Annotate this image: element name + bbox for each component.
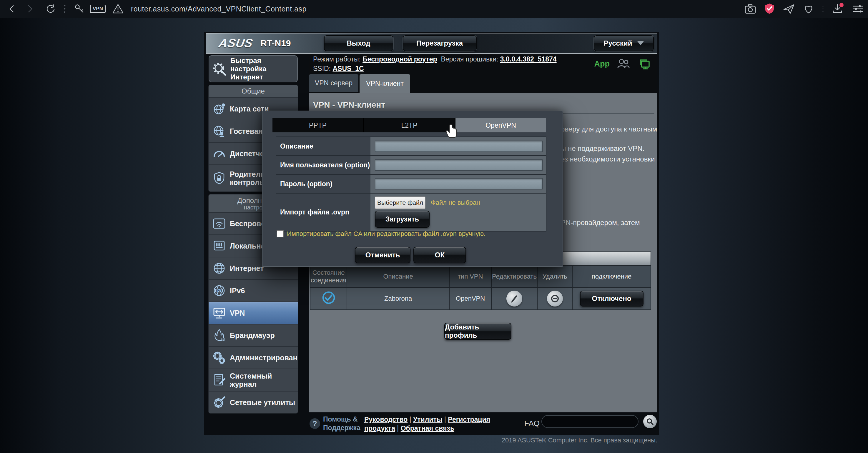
gears-icon	[209, 351, 230, 365]
status-band: Режим работы: Беспроводной роутер Версия…	[309, 53, 657, 93]
bookmark-heart-icon[interactable]	[803, 0, 814, 18]
import-ovpn-label: Импорт файла .ovpn	[276, 194, 370, 231]
chevron-down-icon	[637, 41, 644, 45]
import-ca-label: Импортировать файл CA или редактировать …	[287, 230, 486, 238]
logout-button[interactable]: Выход	[324, 35, 393, 51]
file-status-text: Файл не выбран	[431, 199, 480, 206]
operation-mode-link[interactable]: Беспроводной роутер	[363, 55, 437, 63]
back-icon[interactable]	[8, 0, 17, 18]
reboot-button[interactable]: Перезагрузка	[403, 35, 477, 51]
faq-search-button[interactable]	[643, 415, 657, 428]
internet-globe-icon	[209, 261, 230, 275]
lan-port-icon	[209, 239, 230, 253]
dots-separator-icon	[64, 0, 66, 18]
col-description: Описание	[347, 266, 449, 287]
faq-label: FAQ	[524, 419, 539, 428]
vpn-profiles-table: Состояниесоединения Описание тип VPN Ред…	[310, 265, 651, 310]
col-connection: подключение	[572, 266, 651, 287]
guest-network-icon	[209, 124, 230, 138]
camera-icon[interactable]	[744, 0, 756, 18]
profile-description: Zaborona	[347, 287, 449, 310]
status-cell	[310, 287, 347, 310]
tab-vpn-client[interactable]: VPN-клиент	[360, 74, 410, 93]
settings-sliders-icon[interactable]	[852, 0, 864, 18]
link-utilities[interactable]: Утилиты	[413, 416, 442, 423]
help-icon: ?	[310, 418, 320, 429]
sidebar-item-firewall[interactable]: Брандмауэр	[209, 324, 298, 347]
operation-mode-line: Режим работы: Беспроводной роутер Версия…	[313, 55, 557, 63]
firmware-version-link[interactable]: 3.0.0.4.382_51874	[500, 55, 557, 63]
asus-logo: ASUS	[218, 36, 254, 50]
sidebar-item-vpn[interactable]: VPN	[209, 302, 298, 324]
devices-icon[interactable]	[637, 58, 651, 70]
link-feedback[interactable]: Обратная связь	[401, 424, 454, 432]
username-label: Имя пользователя (option)	[276, 156, 370, 174]
browser-toolbar: VPN router.asus.com/Advanced_VPNClient_C…	[0, 0, 868, 18]
tab-l2tp[interactable]: L2TP	[364, 118, 455, 132]
language-value: Русский	[604, 39, 632, 47]
username-input[interactable]	[375, 159, 542, 171]
key-icon[interactable]	[74, 0, 85, 18]
tab-openvpn[interactable]: OpenVPN	[456, 118, 546, 132]
connection-state-button[interactable]: Отключено	[580, 291, 644, 306]
col-vpn-type: тип VPN	[449, 266, 491, 287]
description-label: Описание	[276, 137, 370, 155]
protect-shield-icon[interactable]	[764, 0, 775, 18]
address-bar-url[interactable]: router.asus.com/Advanced_VPNClient_Conte…	[131, 5, 307, 13]
help-support-link[interactable]: Помощь &Поддержка	[323, 415, 361, 432]
share-icon[interactable]	[783, 0, 795, 18]
quick-setup-button[interactable]: Быстрая настройкаИнтернет	[209, 55, 298, 83]
forward-icon[interactable]	[25, 0, 34, 18]
footer-links: Руководство | Утилиты | Регистрация прод…	[364, 415, 497, 433]
sidebar-item-administration[interactable]: Администрирование	[209, 347, 298, 369]
tab-pptp[interactable]: PPTP	[273, 118, 363, 132]
add-profile-button[interactable]: Добавить профиль	[444, 323, 512, 340]
app-link[interactable]: App	[594, 59, 610, 68]
password-input[interactable]	[375, 178, 542, 189]
connection-ok-icon	[321, 290, 336, 305]
edit-cell	[491, 287, 537, 310]
import-ca-row: Импортировать файл CA или редактировать …	[277, 230, 486, 238]
firewall-flame-icon	[209, 328, 230, 343]
reload-icon[interactable]	[45, 0, 55, 18]
ssid-link[interactable]: ASUS_1C	[333, 65, 364, 72]
table-header-row: Состояниесоединения Описание тип VPN Ред…	[310, 266, 651, 287]
parental-control-icon	[209, 171, 230, 185]
downloads-icon[interactable]	[832, 0, 844, 18]
col-edit: Редактировать	[491, 266, 537, 287]
vpn-extension-badge[interactable]: VPN	[90, 5, 105, 13]
delete-button[interactable]	[547, 291, 563, 306]
screen: VPN router.asus.com/Advanced_VPNClient_C…	[0, 0, 868, 453]
description-fragment: ез необходимости установки	[561, 155, 655, 163]
toolbar-separator-icon	[822, 0, 824, 18]
upload-button[interactable]: Загрузить	[375, 211, 430, 228]
edit-button[interactable]	[506, 291, 522, 306]
faq-search-input[interactable]	[541, 415, 639, 428]
import-ca-checkbox[interactable]	[277, 230, 284, 237]
sidebar-item-ipv6[interactable]: IPV6 IPv6	[209, 280, 298, 302]
description-input[interactable]	[375, 140, 542, 152]
quick-setup-icon	[209, 61, 230, 76]
warning-icon[interactable]	[112, 0, 124, 18]
ok-button[interactable]: ОК	[413, 247, 466, 263]
system-log-icon	[209, 373, 230, 387]
cancel-button[interactable]: Отменить	[355, 247, 410, 263]
sidebar-item-network-tools[interactable]: Сетевые утилиты	[209, 391, 298, 413]
table-row: Zaborona OpenVPN Отключено	[310, 287, 651, 310]
page-title: VPN - VPN-клиент	[313, 100, 385, 110]
delete-cell	[537, 287, 572, 310]
link-manual[interactable]: Руководство	[364, 416, 407, 423]
sidebar-item-system-log[interactable]: Системный журнал	[209, 369, 298, 391]
search-icon	[646, 418, 654, 425]
ipv6-icon: IPV6	[209, 284, 230, 298]
language-select[interactable]: Русский	[594, 35, 654, 51]
svg-text:IPV6: IPV6	[216, 289, 222, 292]
choose-file-button[interactable]: Выберите файл	[375, 196, 426, 209]
profile-vpn-type: OpenVPN	[449, 287, 491, 310]
wifi-icon	[209, 217, 230, 231]
tab-vpn-server[interactable]: VPN сервер	[309, 74, 359, 92]
clients-icon[interactable]	[617, 58, 630, 70]
footer: ? Помощь &Поддержка Руководство | Утилит…	[309, 412, 657, 435]
vpn-monitor-icon	[209, 306, 230, 320]
password-label: Пароль (option)	[276, 175, 370, 193]
